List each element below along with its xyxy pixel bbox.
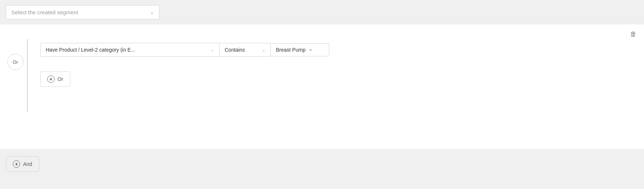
product-category-chevron-icon: ⌄ — [211, 48, 214, 52]
and-dashed-button[interactable]: + And — [6, 156, 39, 172]
segment-chevron-icon: ⌄ — [150, 10, 154, 15]
bottom-section: + And — [0, 149, 644, 179]
delete-button[interactable]: 🗑 — [630, 30, 637, 38]
or-circle-button[interactable]: Or — [7, 54, 23, 70]
plus-circle-and-icon: + — [13, 160, 20, 168]
segment-placeholder: Select the created segment — [11, 9, 78, 15]
contains-label: Contains — [225, 47, 245, 53]
or-dashed-label: Or — [57, 76, 63, 82]
plus-circle-or-icon: + — [47, 75, 55, 83]
product-category-dropdown[interactable]: Have Product / Level-2 category (in E...… — [40, 43, 220, 57]
tag-chip: Breast Pump × — [271, 43, 329, 56]
or-dashed-button[interactable]: + Or — [40, 71, 70, 87]
filter-row: Have Product / Level-2 category (in E...… — [40, 43, 644, 57]
contains-dropdown[interactable]: Contains ⌄ — [220, 43, 271, 57]
tag-value: Breast Pump — [276, 47, 306, 53]
delete-icon: 🗑 — [630, 30, 637, 38]
page-container: Select the created segment ⌄ 🗑 Or Have P… — [0, 0, 644, 189]
top-bar: Select the created segment ⌄ — [0, 0, 644, 25]
and-dashed-label: And — [23, 161, 32, 167]
product-category-label: Have Product / Level-2 category (in E... — [46, 47, 135, 53]
main-content: 🗑 Or Have Product / Level-2 category (in… — [0, 25, 644, 149]
or-circle-label: Or — [13, 59, 18, 65]
tag-close-button[interactable]: × — [309, 47, 312, 53]
segment-dropdown[interactable]: Select the created segment ⌄ — [6, 5, 160, 19]
contains-chevron-icon: ⌄ — [262, 48, 265, 52]
vertical-line — [27, 39, 28, 112]
